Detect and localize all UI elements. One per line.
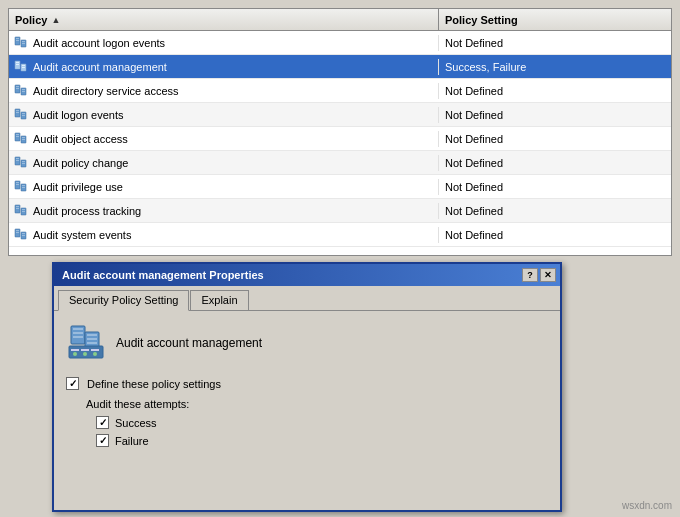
svg-rect-41	[22, 187, 25, 188]
table-row[interactable]: Audit process tracking Not Defined	[9, 199, 671, 223]
svg-rect-57	[73, 336, 83, 338]
row-setting-cell: Not Defined	[439, 229, 671, 241]
help-button[interactable]: ?	[522, 268, 538, 282]
svg-rect-61	[87, 342, 97, 344]
svg-rect-5	[22, 43, 25, 44]
row-setting-cell: Not Defined	[439, 205, 671, 217]
define-settings-checkbox[interactable]	[66, 377, 79, 390]
header-policy[interactable]: Policy ▲	[9, 9, 439, 30]
svg-rect-22	[22, 113, 25, 114]
svg-rect-26	[16, 136, 19, 137]
sort-arrow-icon: ▲	[51, 15, 60, 25]
policy-row-icon	[13, 227, 29, 243]
svg-rect-32	[16, 160, 19, 161]
svg-rect-11	[22, 67, 25, 68]
svg-rect-8	[16, 64, 19, 65]
row-policy-cell: Audit process tracking	[9, 203, 439, 219]
svg-rect-29	[22, 139, 25, 140]
policy-row-name: Audit policy change	[33, 157, 128, 169]
define-settings-row[interactable]: Define these policy settings	[66, 377, 548, 390]
header-setting-label: Policy Setting	[445, 14, 518, 26]
svg-rect-53	[22, 235, 25, 236]
policy-row-name: Audit privilege use	[33, 181, 123, 193]
policy-row-icon	[13, 155, 29, 171]
table-row[interactable]: Audit logon events Not Defined	[9, 103, 671, 127]
svg-rect-31	[16, 158, 19, 159]
failure-row[interactable]: Failure	[96, 434, 548, 447]
svg-rect-46	[22, 209, 25, 210]
dialog-title: Audit account management Properties	[62, 269, 264, 281]
policy-row-name: Audit object access	[33, 133, 128, 145]
svg-rect-44	[16, 208, 19, 209]
svg-rect-25	[16, 134, 19, 135]
svg-rect-49	[16, 230, 19, 231]
policy-row-icon	[13, 59, 29, 75]
policy-row-name: Audit process tracking	[33, 205, 141, 217]
svg-rect-63	[71, 349, 79, 351]
policy-row-icon	[13, 131, 29, 147]
svg-rect-20	[16, 112, 19, 113]
svg-rect-17	[22, 91, 25, 92]
row-setting-cell: Not Defined	[439, 157, 671, 169]
table-row[interactable]: Audit privilege use Not Defined	[9, 175, 671, 199]
row-setting-cell: Not Defined	[439, 109, 671, 121]
svg-rect-35	[22, 163, 25, 164]
policy-row-name: Audit logon events	[33, 109, 124, 121]
row-setting-cell: Success, Failure	[439, 61, 671, 73]
policy-row-icon	[13, 107, 29, 123]
dialog-policy-icon	[66, 323, 106, 363]
table-row[interactable]: Audit account logon events Not Defined	[9, 31, 671, 55]
svg-point-66	[73, 352, 77, 356]
row-policy-cell: Audit policy change	[9, 155, 439, 171]
svg-rect-38	[16, 184, 19, 185]
header-policy-label: Policy	[15, 14, 47, 26]
svg-rect-62	[69, 346, 103, 358]
success-row[interactable]: Success	[96, 416, 548, 429]
svg-rect-13	[16, 86, 19, 87]
svg-rect-37	[16, 182, 19, 183]
policy-row-icon	[13, 35, 29, 51]
header-setting[interactable]: Policy Setting	[439, 14, 671, 26]
row-policy-cell: Audit logon events	[9, 107, 439, 123]
tab-explain[interactable]: Explain	[190, 290, 248, 310]
policy-row-name: Audit account logon events	[33, 37, 165, 49]
define-settings-label: Define these policy settings	[87, 378, 221, 390]
policy-row-icon	[13, 203, 29, 219]
svg-rect-52	[22, 233, 25, 234]
policy-icon-svg	[67, 324, 105, 362]
row-setting-cell: Not Defined	[439, 37, 671, 49]
policy-row-name: Audit system events	[33, 229, 131, 241]
table-row[interactable]: Audit directory service access Not Defin…	[9, 79, 671, 103]
properties-dialog: Audit account management Properties ? ✕ …	[52, 262, 562, 512]
svg-point-68	[93, 352, 97, 356]
svg-rect-2	[16, 40, 19, 41]
svg-rect-40	[22, 185, 25, 186]
policy-row-name: Audit account management	[33, 61, 167, 73]
table-row[interactable]: Audit policy change Not Defined	[9, 151, 671, 175]
dialog-content: Audit account management Define these po…	[54, 310, 560, 510]
failure-checkbox[interactable]	[96, 434, 109, 447]
svg-rect-16	[22, 89, 25, 90]
table-row[interactable]: Audit account management Success, Failur…	[9, 55, 671, 79]
row-policy-cell: Audit account logon events	[9, 35, 439, 51]
dialog-controls: ? ✕	[522, 268, 556, 282]
list-header: Policy ▲ Policy Setting	[9, 9, 671, 31]
row-policy-cell: Audit object access	[9, 131, 439, 147]
svg-rect-10	[22, 65, 25, 66]
svg-rect-50	[16, 232, 19, 233]
svg-rect-7	[16, 62, 19, 63]
svg-rect-1	[16, 38, 19, 39]
table-row[interactable]: Audit system events Not Defined	[9, 223, 671, 247]
svg-rect-64	[81, 349, 89, 351]
table-row[interactable]: Audit object access Not Defined	[9, 127, 671, 151]
failure-label: Failure	[115, 435, 149, 447]
tab-security-policy-setting[interactable]: Security Policy Setting	[58, 290, 189, 311]
svg-rect-59	[87, 334, 97, 336]
svg-rect-56	[73, 332, 83, 334]
svg-rect-60	[87, 338, 97, 340]
tabs-bar: Security Policy Setting Explain	[54, 286, 560, 310]
close-button[interactable]: ✕	[540, 268, 556, 282]
audit-attempts-label: Audit these attempts:	[86, 398, 548, 410]
success-checkbox[interactable]	[96, 416, 109, 429]
success-label: Success	[115, 417, 157, 429]
